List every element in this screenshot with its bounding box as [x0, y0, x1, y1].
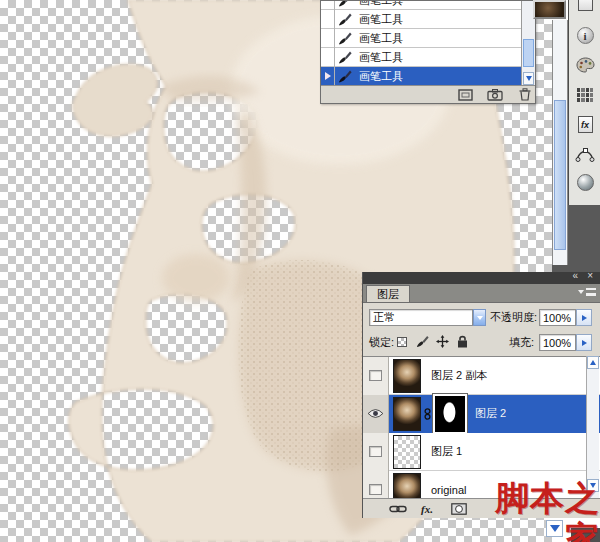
layer-style-icon[interactable]: fx. [421, 503, 433, 515]
history-state-label: 画笔工具 [355, 50, 403, 65]
history-state-row-selected[interactable]: 画笔工具 [321, 67, 521, 86]
history-state-row[interactable]: 画笔工具 [321, 48, 521, 67]
close-panel-icon[interactable]: × [587, 270, 593, 282]
lock-label: 锁定: [369, 334, 394, 351]
layers-panel: « × 图层 正常 不透明度: 100% 锁定: 填充: [362, 272, 600, 518]
layer-row[interactable]: original [363, 471, 600, 498]
brush-tool-icon [335, 1, 355, 7]
history-source-column[interactable] [321, 1, 335, 10]
layer-thumbnail[interactable] [393, 397, 421, 431]
lock-position-icon[interactable] [435, 334, 449, 349]
pen-path-icon[interactable] [574, 144, 596, 165]
fill-label: 填充: [509, 334, 534, 351]
history-state-label: 画笔工具 [355, 12, 403, 27]
blend-mode-select[interactable]: 正常 [369, 309, 473, 326]
mask-link-icon[interactable] [423, 408, 431, 420]
eye-icon [367, 408, 384, 419]
fill-slider-button[interactable] [576, 334, 592, 351]
sphere-icon[interactable] [574, 172, 596, 193]
history-state-list: 画笔工具 画笔工具 画笔工具 [321, 1, 521, 87]
layer-thumbnail[interactable] [393, 473, 421, 499]
layers-panel-tabs: 图层 [363, 284, 600, 303]
palette-icon[interactable] [574, 54, 596, 75]
current-state-pointer-icon [325, 72, 331, 80]
brush-tool-icon [335, 13, 355, 26]
history-panel: 画笔工具 画笔工具 画笔工具 [320, 0, 536, 104]
add-mask-icon[interactable] [451, 503, 467, 515]
history-source-column[interactable] [321, 10, 335, 29]
fill-input[interactable]: 100% [539, 334, 576, 351]
layer-row[interactable]: 图层 2 副本 [363, 357, 600, 395]
history-scrollbar-thumb[interactable] [523, 39, 534, 67]
layer-row-selected[interactable]: 图层 2 [363, 395, 600, 433]
brush-tool-icon [335, 32, 355, 45]
opacity-label: 不透明度: [490, 309, 537, 326]
lock-transparency-icon[interactable] [395, 334, 409, 349]
docked-preview-button[interactable] [533, 0, 566, 19]
palette-well-strip: i fx [568, 0, 600, 205]
layers-panel-bottom-bar: fx. [363, 498, 600, 518]
history-source-column[interactable] [321, 67, 335, 86]
brush-tool-icon [335, 70, 355, 83]
layer-mask-thumbnail[interactable] [435, 396, 465, 432]
delete-state-button[interactable] [516, 88, 534, 102]
layers-panel-titlebar: « × [363, 272, 600, 284]
link-layers-icon[interactable] [389, 504, 407, 514]
info-icon[interactable]: i [574, 25, 596, 46]
fill-value: 100% [543, 337, 571, 349]
layer-name: 图层 2 副本 [421, 368, 487, 383]
layer-name: original [421, 484, 466, 496]
history-state-label: 画笔工具 [355, 69, 403, 84]
scroll-down-button[interactable] [546, 520, 563, 537]
swatches-icon[interactable] [574, 84, 596, 105]
layer-row[interactable]: 图层 1 [363, 433, 600, 471]
tab-layers[interactable]: 图层 [366, 285, 410, 302]
lock-pixels-icon[interactable] [415, 334, 429, 349]
layers-list: 图层 2 副本 图层 2 图层 1 original [363, 356, 600, 498]
history-source-column[interactable] [321, 29, 335, 48]
layer-name: 图层 1 [421, 444, 462, 459]
history-panel-bottom-bar [321, 85, 535, 103]
history-state-label: 画笔工具 [355, 31, 403, 46]
collapse-panel-icon[interactable]: « [572, 270, 578, 282]
page-icon[interactable] [574, 0, 596, 13]
history-source-column[interactable] [321, 48, 335, 67]
styles-icon[interactable]: fx [574, 114, 596, 135]
history-state-row[interactable]: 画笔工具 [321, 29, 521, 48]
history-state-row[interactable]: 画笔工具 [321, 1, 521, 10]
new-snapshot-button[interactable] [486, 88, 504, 102]
opacity-value: 100% [543, 312, 571, 324]
new-document-from-state-button[interactable] [456, 88, 474, 102]
blend-mode-value: 正常 [373, 310, 395, 325]
corner-background [571, 528, 600, 542]
photoshop-workspace: i fx 画笔工具 [0, 0, 600, 542]
panel-menu-button[interactable] [578, 288, 596, 296]
history-scroll-down-button[interactable] [523, 72, 534, 85]
layer-name: 图层 2 [465, 406, 506, 421]
opacity-slider-button[interactable] [576, 309, 592, 326]
layers-scroll-up-button[interactable] [587, 356, 599, 369]
visibility-toggle[interactable] [363, 395, 389, 433]
visibility-toggle[interactable] [363, 471, 389, 499]
history-state-label: 画笔工具 [355, 1, 403, 8]
opacity-input[interactable]: 100% [539, 309, 576, 326]
visibility-toggle[interactable] [363, 433, 389, 471]
layers-scrollbar[interactable] [586, 356, 599, 498]
document-scrollbar-thumb[interactable] [554, 100, 566, 250]
layers-panel-controls: 正常 不透明度: 100% 锁定: 填充: 100% [363, 303, 600, 356]
document-vertical-scrollbar[interactable] [552, 20, 568, 265]
brush-tool-icon [335, 51, 355, 64]
layer-thumbnail[interactable] [393, 359, 421, 393]
visibility-toggle[interactable] [363, 357, 389, 395]
lock-all-icon[interactable] [455, 334, 469, 349]
history-state-row[interactable]: 画笔工具 [321, 10, 521, 29]
layers-scroll-down-button[interactable] [587, 479, 599, 492]
layer-thumbnail[interactable] [393, 435, 421, 469]
blend-mode-dropdown-icon[interactable] [473, 309, 486, 326]
